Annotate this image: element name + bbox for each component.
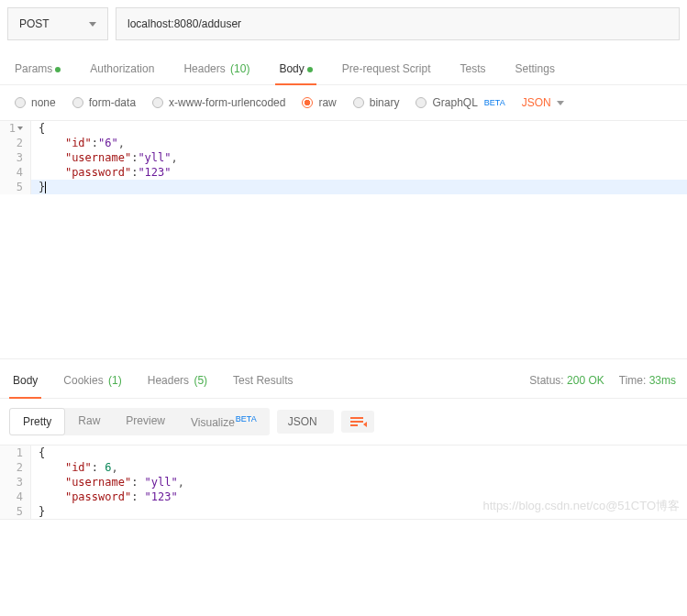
status-label: Status: — [529, 374, 563, 387]
status-area: Status: 200 OK Time: 33ms — [529, 374, 687, 387]
view-controls: Pretty Raw Preview VisualizeBETA JSON — [0, 399, 687, 446]
wrap-icon — [350, 416, 365, 427]
content-type-select[interactable]: JSON — [522, 96, 564, 109]
method-select[interactable]: POST — [7, 7, 108, 40]
url-input[interactable]: localhost:8080/adduser — [116, 7, 680, 40]
radio-icon — [152, 97, 163, 108]
radio-icon — [302, 97, 313, 108]
headers-count: (10) — [230, 62, 249, 75]
view-pretty[interactable]: Pretty — [9, 408, 65, 435]
radio-binary[interactable]: binary — [353, 96, 400, 109]
request-tabs: Params Authorization Headers (10) Body P… — [0, 48, 687, 85]
radio-icon — [72, 97, 83, 108]
fold-icon[interactable] — [17, 126, 23, 130]
time-value: 33ms — [649, 374, 676, 387]
resp-tab-headers[interactable]: Headers (5) — [144, 363, 211, 398]
resp-tab-body[interactable]: Body — [9, 363, 41, 398]
radio-graphql[interactable]: GraphQLBETA — [416, 96, 504, 109]
tab-tests[interactable]: Tests — [457, 55, 490, 84]
resp-tab-cookies[interactable]: Cookies (1) — [60, 363, 125, 398]
view-visualize[interactable]: VisualizeBETA — [178, 408, 270, 435]
cookies-count: (1) — [108, 374, 122, 387]
radio-form-data[interactable]: form-data — [72, 96, 136, 109]
indicator-dot-icon — [307, 67, 313, 72]
time-label: Time: — [619, 374, 647, 387]
chevron-down-icon — [89, 22, 96, 27]
tab-headers[interactable]: Headers (10) — [180, 55, 253, 84]
radio-icon — [15, 97, 26, 108]
url-value: localhost:8080/adduser — [127, 17, 241, 30]
watermark: https://blog.csdn.net/co@51CTO博客 — [482, 498, 680, 514]
tab-body[interactable]: Body — [275, 55, 316, 84]
response-type-select[interactable]: JSON — [277, 410, 334, 434]
method-value: POST — [19, 17, 50, 30]
wrap-lines-button[interactable] — [341, 411, 374, 433]
view-raw[interactable]: Raw — [65, 408, 113, 435]
beta-badge: BETA — [236, 414, 257, 424]
request-row: POST localhost:8080/adduser — [0, 0, 687, 48]
status-code: 200 OK — [567, 374, 604, 387]
indicator-dot-icon — [55, 67, 61, 72]
view-preview[interactable]: Preview — [113, 408, 178, 435]
tab-prerequest[interactable]: Pre-request Script — [338, 55, 435, 84]
response-header: Body Cookies (1) Headers (5) Test Result… — [0, 363, 687, 399]
radio-icon — [416, 97, 427, 108]
chevron-down-icon — [557, 101, 564, 105]
resp-headers-count: (5) — [194, 374, 207, 387]
cursor-icon — [45, 182, 46, 193]
radio-urlencoded[interactable]: x-www-form-urlencoded — [152, 96, 285, 109]
tab-params[interactable]: Params — [11, 55, 64, 84]
radio-none[interactable]: none — [15, 96, 56, 109]
tab-settings[interactable]: Settings — [512, 55, 559, 84]
resp-tab-tests[interactable]: Test Results — [229, 363, 296, 398]
beta-badge: BETA — [484, 98, 505, 107]
body-type-row: none form-data x-www-form-urlencoded raw… — [0, 85, 687, 121]
tab-authorization[interactable]: Authorization — [86, 55, 158, 84]
request-body-editor[interactable]: 1{ 2 "id":"6", 3 "username":"yll", 4 "pa… — [0, 121, 687, 359]
radio-icon — [353, 97, 364, 108]
radio-raw[interactable]: raw — [302, 96, 336, 109]
